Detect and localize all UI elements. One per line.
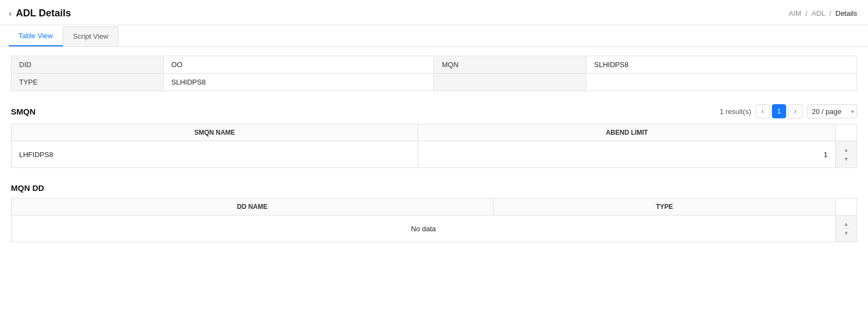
did-value: OO (163, 56, 434, 74)
smqn-page-size-wrapper: 20 / page 50 / page 100 / page (807, 104, 857, 118)
smqn-col-abend: ABEND LIMIT (418, 124, 836, 141)
tabs: Table View Script View (0, 26, 868, 47)
smqn-scroll-col: ▲ ▼ (836, 141, 857, 168)
smqn-section: SMQN 1 result(s) ‹ 1 › 20 / page 50 / pa… (11, 104, 857, 168)
smqn-scroll-col-header (836, 124, 857, 141)
smqn-title: SMQN (11, 107, 35, 116)
mqndd-table-header-row: DD NAME TYPE (11, 199, 857, 215)
smqn-page-size-select[interactable]: 20 / page 50 / page 100 / page (807, 104, 857, 118)
smqn-controls: 1 result(s) ‹ 1 › 20 / page 50 / page 10… (720, 104, 857, 118)
mqndd-no-data: No data (11, 215, 836, 242)
mqndd-scroll-down[interactable]: ▼ (843, 229, 849, 237)
info-table: DID OO MQN SLHIDPS8 TYPE SLHIDPS8 (11, 56, 857, 91)
mqndd-section-header: MQN DD (11, 183, 857, 193)
tab-script-view[interactable]: Script View (63, 26, 119, 46)
smqn-results-count: 1 result(s) (720, 107, 751, 116)
mqndd-scroll-col: ▲ ▼ (836, 215, 857, 242)
smqn-section-header: SMQN 1 result(s) ‹ 1 › 20 / page 50 / pa… (11, 104, 857, 118)
smqn-page-1[interactable]: 1 (772, 104, 786, 118)
mqndd-scroll-col-header (836, 199, 857, 215)
main-content: DID OO MQN SLHIDPS8 TYPE SLHIDPS8 SMQN 1… (0, 47, 868, 266)
mqndd-section: MQN DD DD NAME TYPE No data ▲ ▼ (11, 183, 857, 242)
type-value: SLHIDPS8 (163, 74, 434, 91)
tab-table-view[interactable]: Table View (9, 26, 63, 46)
info-row-2: TYPE SLHIDPS8 (11, 74, 857, 91)
mqn-label: MQN (434, 56, 586, 74)
type-label: TYPE (11, 74, 164, 91)
breadcrumb: AIM / ADL / Details (789, 9, 857, 17)
mqndd-no-data-row: No data ▲ ▼ (11, 215, 857, 242)
smqn-scroll-up[interactable]: ▲ (843, 146, 849, 154)
smqn-pagination: ‹ 1 › (756, 104, 802, 118)
mqndd-col-ddname: DD NAME (11, 199, 494, 215)
smqn-prev-btn[interactable]: ‹ (756, 104, 770, 118)
smqn-row-abend: 1 (418, 141, 836, 168)
smqn-table-header-row: SMQN NAME ABEND LIMIT (11, 124, 857, 141)
breadcrumb-adl: ADL (812, 9, 825, 17)
header: ‹ ADL Details AIM / ADL / Details (0, 0, 868, 25)
breadcrumb-sep-1: / (805, 9, 809, 17)
smqn-col-name: SMQN NAME (11, 124, 418, 141)
mqndd-col-type: TYPE (494, 199, 836, 215)
breadcrumb-sep-2: / (829, 9, 833, 17)
page-title: ADL Details (16, 8, 71, 19)
header-left: ‹ ADL Details (9, 8, 71, 19)
mqndd-table: DD NAME TYPE No data ▲ ▼ (11, 198, 857, 242)
smqn-next-btn[interactable]: › (788, 104, 802, 118)
smqn-scroll-down[interactable]: ▼ (843, 154, 849, 163)
did-label: DID (11, 56, 164, 74)
table-row: LHFIDPS8 1 ▲ ▼ (11, 141, 857, 168)
empty-label-1 (434, 74, 586, 91)
breadcrumb-details: Details (835, 9, 857, 17)
smqn-table: SMQN NAME ABEND LIMIT LHFIDPS8 1 ▲ ▼ (11, 124, 857, 168)
back-icon[interactable]: ‹ (9, 9, 11, 19)
smqn-row-name: LHFIDPS8 (11, 141, 418, 168)
mqndd-scroll-up[interactable]: ▲ (843, 220, 849, 229)
mqndd-title: MQN DD (11, 183, 44, 193)
mqn-value: SLHIDPS8 (586, 56, 857, 74)
breadcrumb-aim: AIM (789, 9, 801, 17)
info-row-1: DID OO MQN SLHIDPS8 (11, 56, 857, 74)
empty-value-1 (586, 74, 857, 91)
